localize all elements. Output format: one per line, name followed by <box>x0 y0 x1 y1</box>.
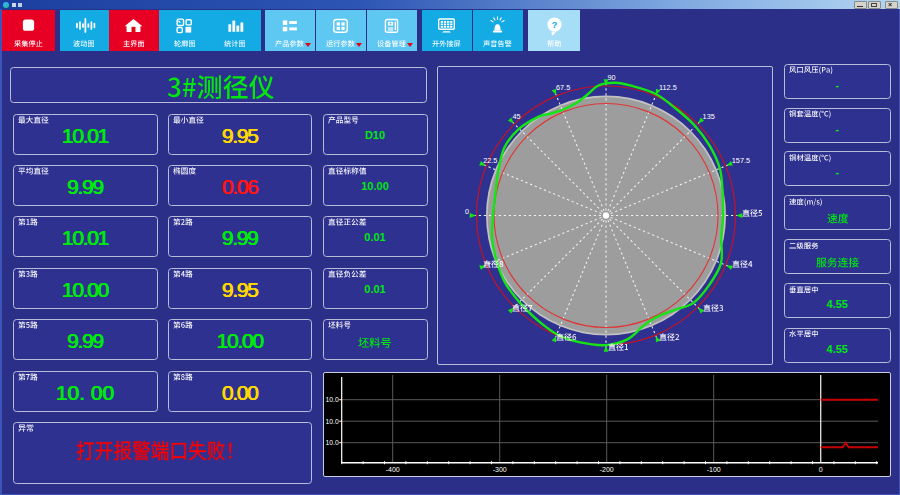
svg-text:10.0: 10.0 <box>326 439 339 446</box>
svg-text:10.0: 10.0 <box>326 418 339 425</box>
svg-text:-200: -200 <box>600 466 614 473</box>
svg-text:-100: -100 <box>707 466 721 473</box>
svg-text:-400: -400 <box>386 466 400 473</box>
svg-text:?: ? <box>551 19 557 30</box>
svg-text:10.0: 10.0 <box>326 396 339 403</box>
svg-text:-300: -300 <box>493 466 507 473</box>
svg-text:0: 0 <box>819 466 823 473</box>
